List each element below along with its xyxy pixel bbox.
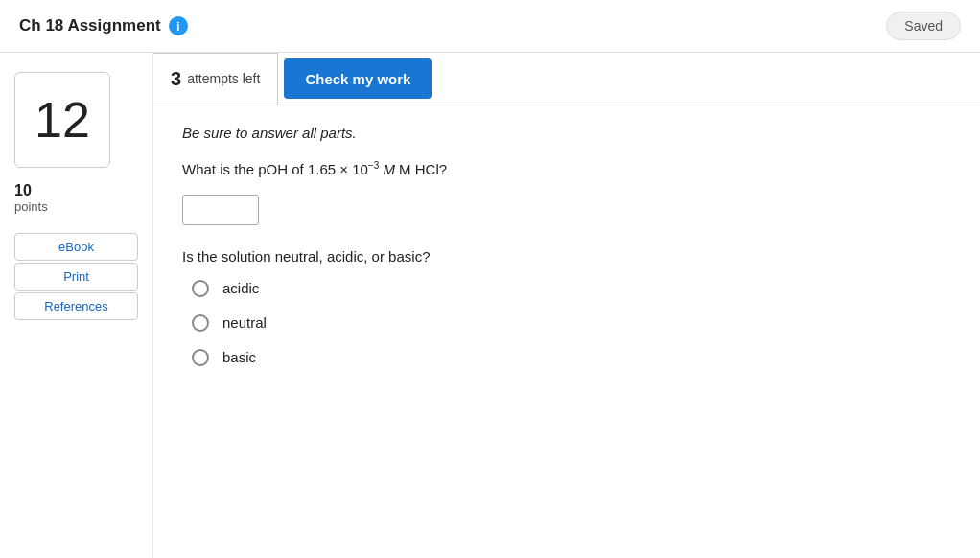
points-value: 10 (14, 182, 138, 199)
references-link[interactable]: References (14, 292, 138, 320)
poh-answer-input[interactable] (182, 195, 259, 225)
radio-options: acidic neutral basic (182, 280, 951, 366)
points-label: points (14, 199, 138, 214)
points-section: 10 points (14, 182, 138, 214)
sidebar-links: eBook Print References (14, 233, 138, 320)
radio-neutral[interactable] (192, 314, 209, 332)
main-layout: 12 10 points eBook Print References 3 at… (0, 53, 980, 558)
sidebar: 12 10 points eBook Print References (0, 53, 153, 558)
check-my-work-button[interactable]: Check my work (284, 58, 432, 99)
question-number-box: 12 (14, 72, 110, 168)
header-left: Ch 18 Assignment i (19, 16, 188, 35)
info-icon[interactable]: i (169, 16, 188, 35)
header: Ch 18 Assignment i Saved (0, 0, 980, 53)
question-number: 12 (35, 91, 90, 149)
option-neutral[interactable]: neutral (192, 314, 951, 332)
option-acidic[interactable]: acidic (192, 280, 951, 297)
option-acidic-label: acidic (222, 280, 259, 296)
page-title: Ch 18 Assignment (19, 16, 161, 35)
option-basic[interactable]: basic (192, 349, 951, 366)
instruction-text: Be sure to answer all parts. (182, 125, 951, 141)
option-basic-label: basic (222, 349, 256, 365)
print-link[interactable]: Print (14, 263, 138, 291)
part1-question: What is the pOH of 1.65 × 10−3 M M HCl? (182, 158, 951, 181)
question-content: Be sure to answer all parts. What is the… (153, 105, 980, 385)
ebook-link[interactable]: eBook (14, 233, 138, 261)
attempts-number: 3 (171, 68, 181, 90)
exponent: −3 (368, 160, 379, 171)
saved-button[interactable]: Saved (886, 12, 961, 40)
attempts-section: 3 attempts left (153, 53, 278, 105)
radio-basic[interactable] (192, 349, 209, 366)
content-area: 3 attempts left Check my work Be sure to… (153, 53, 980, 558)
radio-acidic[interactable] (192, 280, 209, 297)
top-bar: 3 attempts left Check my work (153, 53, 980, 105)
option-neutral-label: neutral (222, 314, 267, 331)
attempts-text: attempts left (187, 71, 260, 86)
part2-question: Is the solution neutral, acidic, or basi… (182, 248, 951, 265)
